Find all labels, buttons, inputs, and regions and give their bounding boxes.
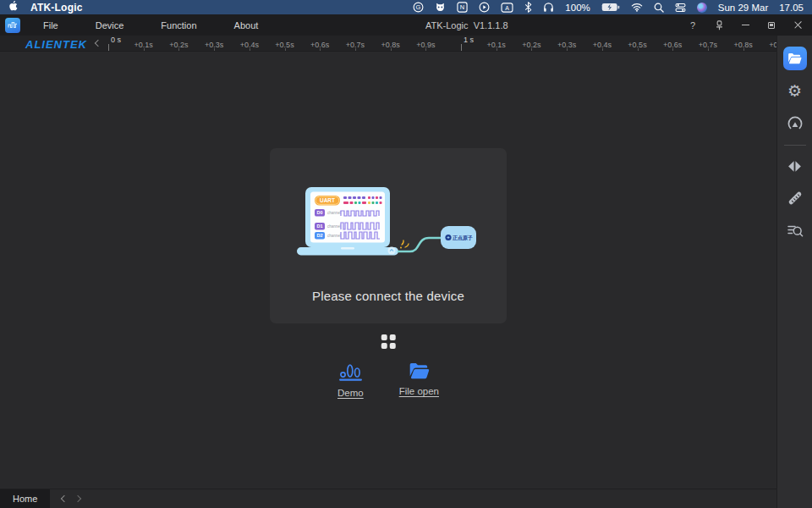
help-button[interactable]: ? — [687, 19, 699, 32]
device-box-label: 正点原子 — [452, 235, 473, 241]
control-center-icon[interactable] — [675, 3, 686, 13]
measure-button[interactable] — [783, 186, 807, 210]
toolbar-divider — [784, 145, 806, 146]
input-source-a-icon[interactable]: A — [501, 3, 513, 13]
channel-d0-badge: D0 — [316, 210, 322, 215]
svg-text:N: N — [460, 3, 464, 11]
gauge-button[interactable] — [783, 111, 807, 135]
window-title: ATK-Logic V1.1.1.8 — [425, 14, 508, 36]
search-list-icon — [787, 223, 804, 238]
macos-menu-bar: ATK-Logic G N A 100% — [0, 0, 812, 14]
alientek-logo: ALIENTEK — [25, 38, 87, 51]
play-circle-icon[interactable] — [479, 2, 490, 13]
bottom-tab-bar: Home — [0, 489, 776, 508]
right-toolbar: ⚙ — [776, 36, 812, 508]
ruler-icon — [787, 190, 804, 207]
channel-d2-badge: D2 — [316, 233, 322, 238]
apple-icon[interactable] — [8, 0, 19, 15]
connect-device-panel: UART D0 channel D1 channel D2 channel — [270, 148, 507, 323]
connect-device-message: Please connect the device — [312, 289, 464, 303]
github-icon[interactable] — [435, 2, 446, 13]
app-title-bar: File Device Function About ATK-Logic V1.… — [0, 14, 812, 36]
device-illustration: UART D0 channel D1 channel D2 channel — [297, 187, 480, 262]
edge-jump-icon — [787, 159, 803, 174]
channel-d1-badge: D1 — [316, 224, 322, 229]
tab-next-icon[interactable] — [74, 495, 81, 502]
menubar-app-name[interactable]: ATK-Logic — [30, 2, 83, 14]
tab-prev-icon[interactable] — [61, 495, 68, 502]
folder-open-icon — [787, 52, 802, 65]
menubar-time[interactable]: 17.05 — [779, 3, 804, 13]
siri-icon[interactable] — [697, 3, 707, 13]
file-open-tool-button[interactable] — [783, 47, 807, 70]
menu-device[interactable]: Device — [85, 14, 135, 36]
demo-label[interactable]: Demo — [337, 388, 364, 398]
wifi-icon[interactable] — [631, 3, 643, 12]
file-open-label[interactable]: File open — [399, 386, 439, 396]
main-canvas: UART D0 channel D1 channel D2 channel — [0, 52, 776, 489]
search-icon[interactable] — [654, 3, 664, 13]
folder-open-blue-icon — [409, 362, 430, 380]
svg-text:G: G — [416, 3, 421, 11]
gear-icon: ⚙ — [787, 83, 802, 99]
headphones-icon[interactable] — [543, 2, 554, 13]
close-button[interactable] — [792, 19, 804, 32]
battery-charging-icon[interactable] — [601, 3, 620, 12]
google-circle-icon[interactable]: G — [413, 2, 424, 13]
quick-actions: Demo File open — [337, 362, 439, 398]
file-open-button[interactable]: File open — [399, 362, 439, 398]
menu-about[interactable]: About — [223, 14, 270, 36]
channel-d1-label: channel — [327, 224, 341, 229]
uart-label: UART — [320, 197, 335, 203]
timeline-ruler[interactable]: ALIENTEK 0 s+0.1s+0.2s+0.3s+0.4s+0.5s+0.… — [0, 36, 776, 52]
pin-icon[interactable] — [713, 19, 725, 32]
gauge-icon — [787, 114, 804, 131]
minimize-button[interactable] — [739, 19, 751, 32]
maximize-button[interactable] — [765, 19, 777, 32]
ruler-collapse-chevron-icon[interactable] — [96, 41, 101, 46]
demo-button[interactable]: Demo — [337, 362, 364, 398]
search-filter-button[interactable] — [783, 218, 807, 242]
demo-waveform-icon — [339, 362, 362, 382]
settings-button[interactable]: ⚙ — [783, 79, 807, 102]
battery-percent: 100% — [565, 3, 590, 13]
svg-text:A: A — [506, 4, 510, 10]
menu-file[interactable]: File — [32, 14, 69, 36]
notion-icon[interactable]: N — [457, 2, 468, 13]
edge-jump-button[interactable] — [783, 154, 807, 178]
channel-d0-label: channel — [327, 211, 341, 215]
menubar-date[interactable]: Sun 29 Mar — [718, 3, 768, 13]
bluetooth-icon[interactable] — [524, 2, 532, 13]
grid-dots-icon — [381, 334, 396, 349]
tab-home[interactable]: Home — [0, 489, 50, 508]
channel-d2-label: channel — [327, 234, 341, 238]
menu-function[interactable]: Function — [150, 14, 207, 36]
app-logo-icon — [5, 18, 20, 33]
